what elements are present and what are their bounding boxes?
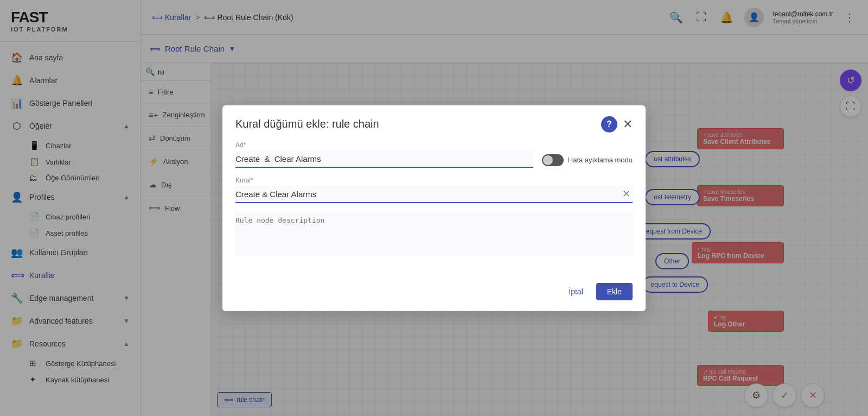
name-input[interactable] [235,151,533,168]
desc-field-group [235,212,633,257]
rule-input-wrapper: ✕ [235,186,633,203]
rule-input[interactable] [235,186,620,202]
dialog-header-actions: ? ✕ [601,116,633,133]
name-field-group: Ad* [235,141,533,168]
description-input[interactable] [235,212,633,255]
add-button[interactable]: Ekle [596,283,633,300]
add-rule-node-dialog: Kural düğümü ekle: rule chain ? ✕ Ad* [222,105,646,311]
rule-clear-button[interactable]: ✕ [620,188,633,200]
rule-field-group: Kural* ✕ [235,177,633,203]
debug-toggle-group: Hata ayıklama modu [542,154,633,166]
rule-label: Kural* [235,177,633,184]
dialog-footer: İptal Ekle [222,276,646,311]
debug-toggle-label: Hata ayıklama modu [568,156,633,164]
name-label: Ad* [235,141,533,149]
debug-toggle-switch[interactable] [542,154,564,166]
dialog-help-button[interactable]: ? [601,116,617,133]
dialog-body: Ad* Hata ayıklama modu Kural* ✕ [222,141,646,276]
help-icon: ? [607,119,612,129]
dialog-title: Kural düğümü ekle: rule chain [235,118,379,130]
cancel-button[interactable]: İptal [562,283,589,300]
dialog-desc-row [235,212,633,257]
toggle-knob [543,155,553,165]
dialog-name-row: Ad* Hata ayıklama modu [235,141,633,168]
dialog-rule-row: Kural* ✕ [235,177,633,203]
dialog-close-button[interactable]: ✕ [623,118,633,130]
dialog-overlay: Kural düğümü ekle: rule chain ? ✕ Ad* [0,0,868,416]
dialog-header: Kural düğümü ekle: rule chain ? ✕ [222,105,646,141]
